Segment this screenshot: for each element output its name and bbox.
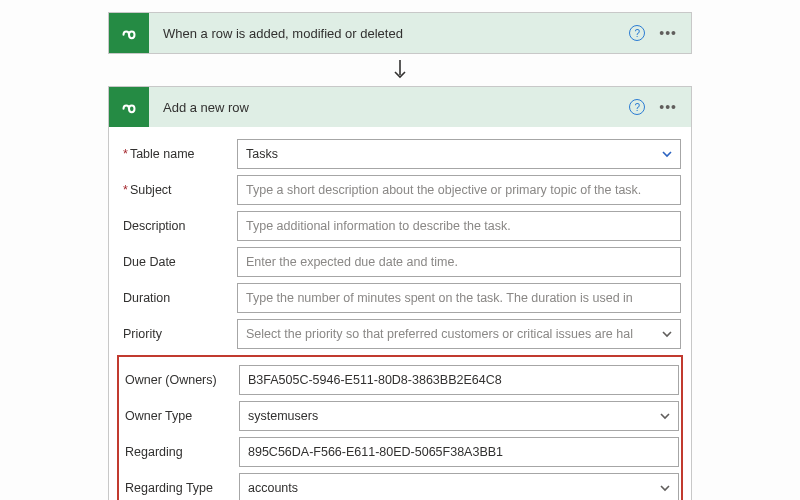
field-row-owner: Owner (Owners) B3FA505C-5946-E511-80D8-3… xyxy=(121,365,679,395)
more-actions-button[interactable]: ••• xyxy=(659,26,677,40)
field-row-table-name: *Table name Tasks xyxy=(119,139,681,169)
regarding-value: 895C56DA-F566-E611-80ED-5065F38A3BB1 xyxy=(248,445,503,459)
dataverse-icon xyxy=(109,13,149,53)
due-date-input[interactable]: Enter the expected due date and time. xyxy=(237,247,681,277)
due-date-label: Due Date xyxy=(119,255,237,269)
help-icon[interactable]: ? xyxy=(629,25,645,41)
action-header-actions: ? ••• xyxy=(629,99,691,115)
subject-label: *Subject xyxy=(119,183,237,197)
field-row-regarding-type: Regarding Type accounts xyxy=(121,473,679,500)
owner-input[interactable]: B3FA505C-5946-E511-80D8-3863BB2E64C8 xyxy=(239,365,679,395)
chevron-down-icon xyxy=(660,327,674,341)
dataverse-icon xyxy=(109,87,149,127)
owner-type-select[interactable]: systemusers xyxy=(239,401,679,431)
priority-label: Priority xyxy=(119,327,237,341)
field-row-priority: Priority Select the priority so that pre… xyxy=(119,319,681,349)
trigger-title: When a row is added, modified or deleted xyxy=(149,26,629,41)
highlight-box: Owner (Owners) B3FA505C-5946-E511-80D8-3… xyxy=(117,355,683,500)
action-card: Add a new row ? ••• *Table name Tasks *S… xyxy=(108,86,692,500)
duration-label: Duration xyxy=(119,291,237,305)
field-row-subject: *Subject Type a short description about … xyxy=(119,175,681,205)
priority-select[interactable]: Select the priority so that preferred cu… xyxy=(237,319,681,349)
owner-label: Owner (Owners) xyxy=(121,373,239,387)
chevron-down-icon xyxy=(660,147,674,161)
field-row-regarding: Regarding 895C56DA-F566-E611-80ED-5065F3… xyxy=(121,437,679,467)
action-card-body: *Table name Tasks *Subject Type a short … xyxy=(109,127,691,500)
due-date-placeholder: Enter the expected due date and time. xyxy=(246,255,458,269)
trigger-header-actions: ? ••• xyxy=(629,25,691,41)
trigger-card-header[interactable]: When a row is added, modified or deleted… xyxy=(109,13,691,53)
regarding-type-label: Regarding Type xyxy=(121,481,239,495)
more-actions-button[interactable]: ••• xyxy=(659,100,677,114)
owner-value: B3FA505C-5946-E511-80D8-3863BB2E64C8 xyxy=(248,373,502,387)
help-icon[interactable]: ? xyxy=(629,99,645,115)
field-row-description: Description Type additional information … xyxy=(119,211,681,241)
action-title: Add a new row xyxy=(149,100,629,115)
subject-placeholder: Type a short description about the objec… xyxy=(246,183,641,197)
description-input[interactable]: Type additional information to describe … xyxy=(237,211,681,241)
owner-type-label: Owner Type xyxy=(121,409,239,423)
flow-arrow xyxy=(392,54,408,86)
chevron-down-icon xyxy=(658,409,672,423)
field-row-duration: Duration Type the number of minutes spen… xyxy=(119,283,681,313)
owner-type-value: systemusers xyxy=(248,409,318,423)
duration-placeholder: Type the number of minutes spent on the … xyxy=(246,291,633,305)
table-name-select[interactable]: Tasks xyxy=(237,139,681,169)
regarding-input[interactable]: 895C56DA-F566-E611-80ED-5065F38A3BB1 xyxy=(239,437,679,467)
description-placeholder: Type additional information to describe … xyxy=(246,219,511,233)
subject-input[interactable]: Type a short description about the objec… xyxy=(237,175,681,205)
field-row-owner-type: Owner Type systemusers xyxy=(121,401,679,431)
table-name-value: Tasks xyxy=(246,147,278,161)
chevron-down-icon xyxy=(658,481,672,495)
description-label: Description xyxy=(119,219,237,233)
regarding-type-value: accounts xyxy=(248,481,298,495)
field-row-due-date: Due Date Enter the expected due date and… xyxy=(119,247,681,277)
priority-placeholder: Select the priority so that preferred cu… xyxy=(246,327,633,341)
trigger-card[interactable]: When a row is added, modified or deleted… xyxy=(108,12,692,54)
regarding-label: Regarding xyxy=(121,445,239,459)
action-card-header[interactable]: Add a new row ? ••• xyxy=(109,87,691,127)
regarding-type-select[interactable]: accounts xyxy=(239,473,679,500)
table-name-label: *Table name xyxy=(119,147,237,161)
duration-input[interactable]: Type the number of minutes spent on the … xyxy=(237,283,681,313)
